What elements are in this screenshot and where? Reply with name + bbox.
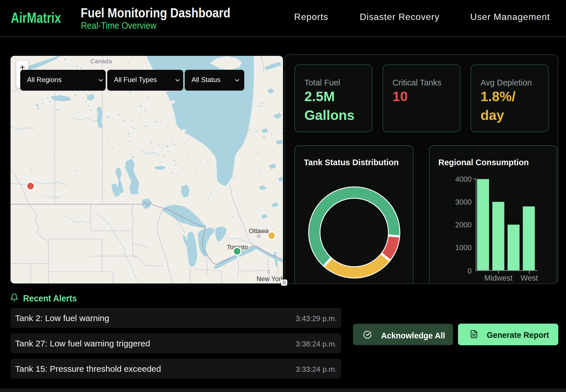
svg-text:Ottawa: Ottawa: [249, 227, 269, 234]
svg-text:3000: 3000: [455, 198, 472, 206]
svg-text:New York: New York: [256, 275, 283, 283]
svg-text:West: West: [520, 274, 538, 282]
svg-text:1000: 1000: [455, 243, 472, 252]
svg-text:0: 0: [468, 267, 472, 275]
svg-text:4000: 4000: [455, 175, 472, 183]
svg-text:2000: 2000: [455, 220, 472, 229]
svg-text:Canada: Canada: [90, 58, 112, 64]
svg-text:Midwest: Midwest: [484, 274, 513, 282]
